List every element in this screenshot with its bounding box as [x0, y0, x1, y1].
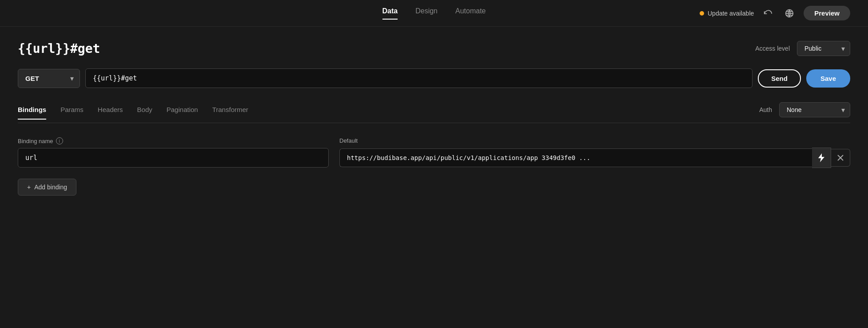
default-field-row: [339, 148, 850, 168]
binding-name-label: Binding name: [18, 138, 53, 144]
tab-transformer[interactable]: Transformer: [212, 106, 248, 120]
update-dot: [700, 11, 704, 16]
method-select[interactable]: GET POST PUT PATCH DELETE: [18, 69, 80, 88]
binding-name-input[interactable]: [18, 148, 329, 168]
default-group: Default: [339, 137, 850, 168]
tab-data[interactable]: Data: [382, 7, 398, 20]
undo-icon[interactable]: [761, 6, 775, 20]
default-label: Default: [339, 137, 358, 144]
main-content: {{url}}#get Access level Public Private …: [0, 27, 868, 210]
method-select-wrapper: GET POST PUT PATCH DELETE: [18, 69, 80, 88]
send-button[interactable]: Send: [758, 69, 801, 88]
default-value-input[interactable]: [339, 148, 812, 167]
tab-list: Bindings Params Headers Body Pagination …: [18, 106, 759, 119]
bindings-content: Binding name i Default: [18, 134, 850, 196]
preview-button[interactable]: Preview: [804, 6, 850, 20]
add-binding-label: Add binding: [34, 184, 67, 191]
auth-label: Auth: [759, 106, 772, 113]
tab-headers[interactable]: Headers: [98, 106, 123, 120]
tab-body[interactable]: Body: [137, 106, 152, 120]
tab-pagination[interactable]: Pagination: [167, 106, 198, 120]
binding-name-label-row: Binding name i: [18, 137, 329, 144]
page-title: {{url}}#get: [18, 41, 100, 56]
update-available-label: Update available: [708, 10, 754, 17]
url-input[interactable]: [85, 68, 753, 88]
access-level-label: Access level: [755, 45, 790, 52]
save-button[interactable]: Save: [806, 69, 850, 88]
nav-right: Update available Preview: [700, 6, 850, 20]
nav-tabs: Data Design Automate: [382, 7, 486, 20]
add-binding-prefix: +: [27, 184, 31, 191]
auth-select[interactable]: None Basic Auth Bearer Token OAuth 2.0: [779, 102, 850, 117]
info-icon[interactable]: i: [56, 137, 63, 144]
tab-design[interactable]: Design: [415, 7, 438, 20]
access-level-select-wrapper: Public Private Internal: [797, 41, 850, 56]
request-row: GET POST PUT PATCH DELETE Send Save: [18, 68, 850, 88]
tabs-section: Bindings Params Headers Body Pagination …: [18, 102, 850, 123]
default-label-row: Default: [339, 137, 850, 144]
access-level-container: Access level Public Private Internal: [755, 41, 850, 56]
lightning-button[interactable]: [812, 148, 831, 168]
auth-select-wrapper: None Basic Auth Bearer Token OAuth 2.0: [779, 102, 850, 117]
globe-icon[interactable]: [782, 6, 796, 20]
top-navigation: Data Design Automate Update available Pr…: [0, 0, 868, 27]
binding-name-group: Binding name i: [18, 137, 329, 168]
bindings-columns: Binding name i Default: [18, 137, 850, 168]
tab-bindings[interactable]: Bindings: [18, 106, 46, 120]
tab-automate[interactable]: Automate: [455, 7, 486, 20]
auth-container: Auth None Basic Auth Bearer Token OAuth …: [759, 102, 850, 123]
update-available-indicator: Update available: [700, 10, 754, 17]
add-binding-button[interactable]: + Add binding: [18, 179, 76, 196]
access-level-select[interactable]: Public Private Internal: [797, 41, 850, 56]
tab-params[interactable]: Params: [60, 106, 84, 120]
page-header: {{url}}#get Access level Public Private …: [18, 41, 850, 56]
close-button[interactable]: [831, 149, 850, 167]
